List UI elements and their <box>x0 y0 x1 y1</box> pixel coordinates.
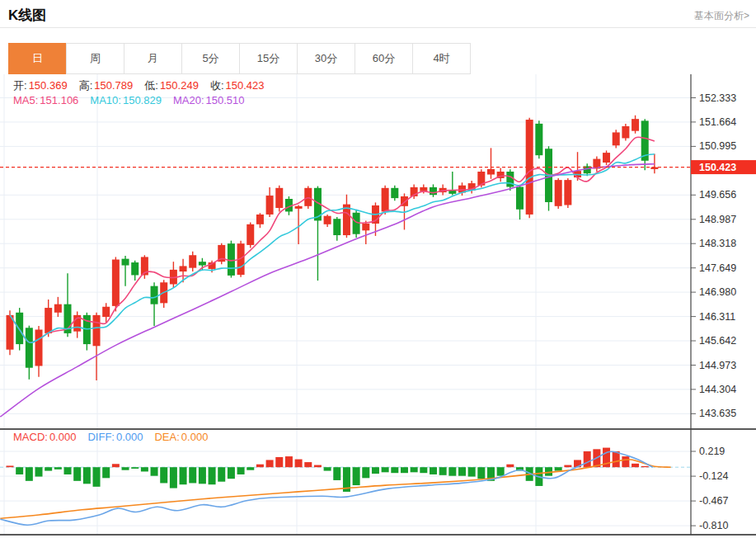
ma-lines-layer <box>0 137 655 417</box>
svg-text:145.642: 145.642 <box>699 335 736 347</box>
ohlc-item-2: 低:150.249 <box>144 79 199 92</box>
ohlc-item-0-label: 开: <box>13 79 27 92</box>
macd-item-0-label: MACD: <box>13 431 48 443</box>
svg-text:152.333: 152.333 <box>699 92 736 104</box>
ohlc-item-1-value: 150.789 <box>94 79 133 92</box>
ohlc-item-0: 开:150.369 <box>13 79 68 92</box>
macd-item-2-value: 0.000 <box>181 431 209 443</box>
price-axis: 152.333151.664150.995149.656148.987148.3… <box>691 92 736 532</box>
macd-layer <box>0 448 691 526</box>
ma-item-2-value: 150.510 <box>206 94 245 106</box>
macd-item-1-label: DIFF: <box>87 431 115 443</box>
macd-item-2-label: DEA: <box>154 431 179 443</box>
ma-item-0-value: 151.106 <box>40 94 78 106</box>
svg-text:-0.467: -0.467 <box>699 495 728 507</box>
ma-item-0-label: MA5: <box>13 94 38 106</box>
ohlc-item-2-label: 低: <box>144 79 158 92</box>
macd-item-2: DEA:0.000 <box>154 431 208 443</box>
ohlc-item-3-value: 150.423 <box>226 79 265 92</box>
ma-item-2-label: MA20: <box>173 94 204 106</box>
macd-item-0: MACD:0.000 <box>13 431 76 443</box>
ohlc-item-0-value: 150.369 <box>29 79 68 92</box>
svg-text:146.311: 146.311 <box>699 311 735 323</box>
kline-page: K线图 基本面分析> 日周月5分15分30分60分4时 152.333151.6… <box>0 0 756 538</box>
svg-text:0.219: 0.219 <box>699 446 725 457</box>
ma-item-0: MA5:151.106 <box>13 94 78 106</box>
macd-item-1: DIFF:0.000 <box>87 431 143 443</box>
ma-item-2: MA20:150.510 <box>173 94 245 106</box>
ohlc-item-3-label: 收: <box>210 79 224 92</box>
ohlc-item-3: 收:150.423 <box>210 79 265 92</box>
header: K线图 基本面分析> <box>0 0 756 27</box>
macd-legend: MACD:0.000DIFF:0.000DEA:0.000 <box>13 431 219 443</box>
svg-text:148.318: 148.318 <box>699 238 736 249</box>
svg-text:150.995: 150.995 <box>699 140 736 152</box>
page-title: K线图 <box>8 6 46 25</box>
ohlc-item-1: 高:150.789 <box>79 79 134 92</box>
ohlc-legend: 开:150.369高:150.789低:150.249收:150.423 <box>13 78 276 93</box>
macd-item-1-value: 0.000 <box>116 431 143 443</box>
ma-legend: MA5:151.106MA10:150.829MA20:150.510 <box>13 94 256 106</box>
fundamental-analysis-link[interactable]: 基本面分析> <box>694 9 749 23</box>
kline-chart[interactable]: 152.333151.664150.995149.656148.987148.3… <box>0 70 756 538</box>
svg-text:146.980: 146.980 <box>699 286 736 298</box>
current-price-badge-text: 150.423 <box>699 162 736 173</box>
svg-text:148.987: 148.987 <box>699 214 736 225</box>
svg-text:143.635: 143.635 <box>699 408 736 419</box>
ohlc-item-1-label: 高: <box>79 79 93 92</box>
ma-item-1-label: MA10: <box>90 94 121 106</box>
ma-item-1-value: 150.829 <box>123 94 162 106</box>
svg-text:151.664: 151.664 <box>699 116 736 128</box>
svg-text:149.656: 149.656 <box>699 189 736 201</box>
macd-item-0-value: 0.000 <box>49 431 77 443</box>
svg-text:-0.124: -0.124 <box>699 470 728 482</box>
header-divider <box>0 27 756 28</box>
svg-text:-0.810: -0.810 <box>699 520 728 531</box>
ohlc-item-2-value: 150.249 <box>160 79 199 92</box>
ma-item-1: MA10:150.829 <box>90 94 162 106</box>
svg-text:144.304: 144.304 <box>699 384 736 395</box>
svg-text:147.649: 147.649 <box>699 262 736 274</box>
svg-text:144.973: 144.973 <box>699 360 736 371</box>
